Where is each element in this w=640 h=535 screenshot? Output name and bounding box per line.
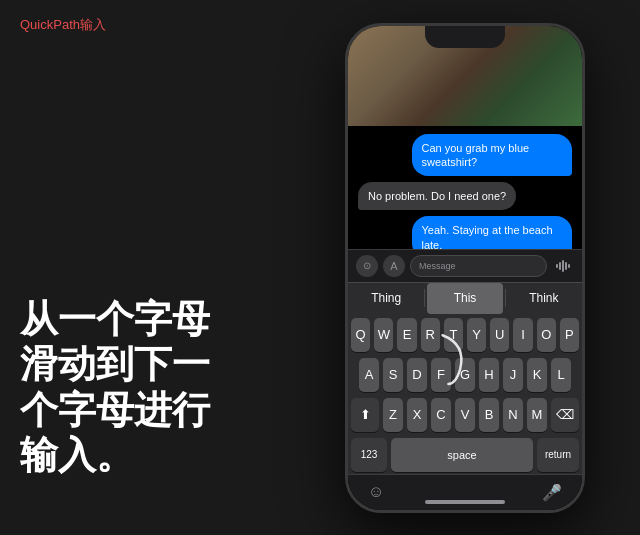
predictive-bar: Thing This Think [348,282,582,314]
key-N[interactable]: N [503,398,523,432]
key-X[interactable]: X [407,398,427,432]
key-A[interactable]: A [359,358,379,392]
key-E[interactable]: E [397,318,416,352]
message-input[interactable]: Message [410,255,547,277]
key-Q[interactable]: Q [351,318,370,352]
keyboard: Q W E R T Y U I O P A S [348,314,582,474]
message-bubble-2: No problem. Do I need one? [358,182,516,210]
message-placeholder: Message [419,261,456,271]
key-row-3: ⬆ Z X C V B N M ⌫ [351,398,579,432]
svg-rect-3 [565,262,567,270]
key-numbers[interactable]: 123 [351,438,387,472]
key-M[interactable]: M [527,398,547,432]
key-H[interactable]: H [479,358,499,392]
key-S[interactable]: S [383,358,403,392]
key-G[interactable]: G [455,358,475,392]
message-bubble-1: Can you grab my blue sweatshirt? [412,134,573,177]
key-Z[interactable]: Z [383,398,403,432]
messages-area: Can you grab my blue sweatshirt? No prob… [348,126,582,249]
key-R[interactable]: R [421,318,440,352]
keyboard-wrapper: Q W E R T Y U I O P A S [348,314,582,474]
predictive-item-0[interactable]: Thing [348,283,424,314]
key-D[interactable]: D [407,358,427,392]
key-delete[interactable]: ⌫ [551,398,579,432]
camera-icon[interactable]: ⊙ [356,255,378,277]
key-O[interactable]: O [537,318,556,352]
message-bubble-3: Yeah. Staying at the beach late. [412,216,573,248]
key-P[interactable]: P [560,318,579,352]
predictive-item-2[interactable]: Think [506,283,582,314]
key-V[interactable]: V [455,398,475,432]
emoji-icon[interactable]: ☺ [368,483,384,501]
svg-rect-0 [556,264,558,268]
key-row-1: Q W E R T Y U I O P [351,318,579,352]
right-panel: Can you grab my blue sweatshirt? No prob… [290,0,640,535]
key-row-2: A S D F G H J K L [351,358,579,392]
phone-bottom-bar: ☺ 🎤 [348,474,582,510]
key-F[interactable]: F [431,358,451,392]
appstore-icon[interactable]: A [383,255,405,277]
key-shift[interactable]: ⬆ [351,398,379,432]
input-bar: ⊙ A Message [348,249,582,282]
key-return[interactable]: return [537,438,579,472]
svg-rect-2 [562,260,564,272]
phone-notch [425,26,505,48]
key-B[interactable]: B [479,398,499,432]
key-J[interactable]: J [503,358,523,392]
key-C[interactable]: C [431,398,451,432]
left-panel: QuickPath输入 从一个字母滑动到下一个字母进行输入。 [0,0,290,535]
mic-icon[interactable]: 🎤 [542,483,562,502]
key-W[interactable]: W [374,318,393,352]
key-space[interactable]: space [391,438,533,472]
key-T[interactable]: T [444,318,463,352]
key-L[interactable]: L [551,358,571,392]
key-Y[interactable]: Y [467,318,486,352]
svg-rect-4 [568,264,570,268]
predictive-item-1[interactable]: This [427,283,503,314]
phone-screen: Can you grab my blue sweatshirt? No prob… [348,26,582,510]
pred-divider-1 [424,289,425,308]
key-K[interactable]: K [527,358,547,392]
key-U[interactable]: U [490,318,509,352]
brand-label: QuickPath输入 [20,16,270,34]
svg-rect-1 [559,262,561,270]
waveform-icon[interactable] [552,255,574,277]
key-I[interactable]: I [513,318,532,352]
key-row-4: 123 space return [351,438,579,472]
main-text: 从一个字母滑动到下一个字母进行输入。 [20,297,270,479]
phone: Can you grab my blue sweatshirt? No prob… [345,23,585,513]
home-indicator [425,500,505,504]
